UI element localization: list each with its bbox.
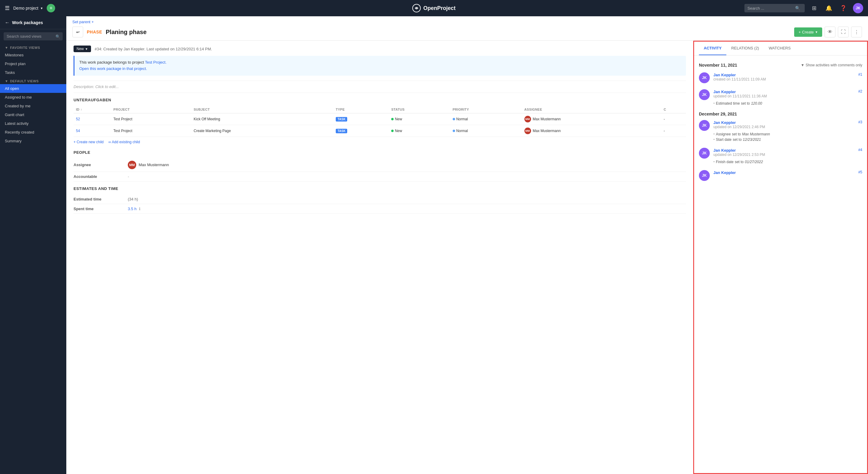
filter-comments-button[interactable]: ▼ Show activities with comments only [801, 63, 862, 67]
task-id-54[interactable]: 54 [73, 125, 111, 137]
add-existing-child-link[interactable]: ∞ Add existing child [108, 140, 140, 144]
fullscreen-button[interactable]: ⛶ [838, 27, 849, 37]
date-section-nov: November 11, 2021 ▼ Show activities with… [699, 63, 862, 67]
date-section-dec: December 29, 2021 [699, 112, 862, 116]
wp-title-row: ↩ PHASE Planing phase + Create ▼ 👁 ⛶ ⋮ [72, 27, 862, 37]
create-label: Create [802, 30, 814, 34]
set-parent-link[interactable]: Set parent + [72, 20, 94, 24]
watch-button[interactable]: 👁 [825, 27, 835, 37]
tab-relations[interactable]: RELATIONS (2) [726, 41, 764, 55]
wp-detail-panel: New ▼ #34: Created by Jan Keppler. Last … [66, 41, 693, 474]
grid-menu-button[interactable]: ⊞ [809, 3, 819, 13]
activity-entry-4: JK Jan Keppler updated on 12/29/2021 2:5… [699, 148, 862, 164]
col-assignee: ASSIGNEE [522, 106, 661, 113]
activity-author-1[interactable]: Jan Keppler [713, 73, 736, 77]
activity-number-4: #4 [858, 148, 862, 152]
table-row: 54 Test Project Create Marketing Page TA… [73, 125, 686, 137]
sidebar-item-gantt-chart[interactable]: Gantt chart [0, 110, 66, 119]
sidebar-item-all-open[interactable]: All open [0, 84, 66, 93]
description-field[interactable]: Description: Click to edit... [73, 81, 686, 93]
sidebar-search-icon: 🔍 [56, 34, 60, 38]
wp-actions: + Create ▼ 👁 ⛶ ⋮ [794, 27, 862, 37]
activity-avatar-5: JK [699, 170, 710, 181]
people-title: PEOPLE [73, 150, 686, 155]
activity-author-5[interactable]: Jan Keppler [713, 170, 736, 175]
task-c: - [661, 113, 686, 125]
open-in-project-link[interactable]: Open this work package in that project. [79, 66, 147, 71]
favorite-views-section[interactable]: ▼ FAVORITE VIEWS [0, 43, 66, 51]
spent-time-value[interactable]: 3.5 h ℹ [128, 207, 141, 211]
task-status: New [389, 113, 450, 125]
activity-body-1: Jan Keppler created on 11/11/2021 11:09 … [713, 72, 862, 83]
create-new-child-link[interactable]: + Create new child [73, 140, 104, 144]
sidebar-item-project-plan[interactable]: Project plan [0, 59, 66, 68]
sidebar-item-recently-created[interactable]: Recently created [0, 128, 66, 137]
caret-icon-2: ▼ [5, 79, 8, 83]
saved-views-search-input[interactable] [4, 32, 63, 40]
task-subject[interactable]: Kick Off Meeting [191, 113, 333, 125]
activity-entry-1: JK Jan Keppler created on 11/11/2021 11:… [699, 72, 862, 83]
activity-author-2[interactable]: Jan Keppler [713, 90, 736, 94]
accountable-value[interactable]: - [128, 174, 129, 179]
assignee-avatar: MM [128, 161, 136, 169]
spent-time-label: Spent time [73, 207, 128, 211]
help-button[interactable]: ❓ [838, 3, 848, 13]
activity-avatar-2: JK [699, 89, 710, 100]
activity-number-2: #2 [858, 89, 862, 93]
activity-author-3[interactable]: Jan Keppler [713, 120, 736, 125]
back-arrow-icon[interactable]: ← [5, 20, 10, 25]
unteraufgaben-title: UNTERAUFGABEN [73, 98, 686, 102]
col-id[interactable]: ID ↑ [73, 106, 111, 113]
tab-watchers[interactable]: WATCHERS [764, 41, 795, 55]
task-id-52[interactable]: 52 [73, 113, 111, 125]
create-button[interactable]: + Create ▼ [794, 27, 822, 37]
task-priority: Normal [450, 113, 522, 125]
activity-content: November 11, 2021 ▼ Show activities with… [694, 56, 867, 192]
activity-panel: ACTIVITY RELATIONS (2) WATCHERS November… [693, 41, 868, 474]
global-search[interactable]: 🔍 [744, 4, 805, 12]
col-c: C [661, 106, 686, 113]
nav-right: 🔍 ⊞ 🔔 ❓ JK [577, 3, 863, 13]
hamburger-button[interactable]: ☰ [5, 5, 10, 11]
activity-time-2: updated on 11/11/2021 11:36 AM [713, 94, 767, 98]
activity-body-2: Jan Keppler updated on 11/11/2021 11:36 … [713, 89, 862, 106]
search-input[interactable] [747, 6, 793, 10]
more-options-button[interactable]: ⋮ [851, 27, 862, 37]
top-navigation: ☰ Demo project ▼ + OpenProject 🔍 ⊞ 🔔 ❓ J… [0, 0, 868, 16]
wp-title[interactable]: Planing phase [106, 29, 147, 36]
estimated-time-value[interactable]: (34 h) [128, 197, 138, 201]
task-status-2: New [389, 125, 450, 137]
task-type-2: TASK [333, 125, 389, 137]
add-project-button[interactable]: + [47, 4, 55, 12]
status-badge[interactable]: New ▼ [73, 46, 91, 52]
notifications-button[interactable]: 🔔 [824, 3, 834, 13]
sidebar-item-summary[interactable]: Summary [0, 137, 66, 145]
sidebar-item-assigned-to-me[interactable]: Assigned to me [0, 93, 66, 101]
assignee-value[interactable]: MM Max Mustermann [128, 161, 169, 169]
activity-header-3: Jan Keppler updated on 12/29/2021 2:46 P… [713, 120, 862, 131]
sidebar-title: Work packages [12, 20, 43, 25]
people-section: PEOPLE Assignee MM Max Mustermann Accoun… [73, 150, 686, 181]
activity-author-4[interactable]: Jan Keppler [713, 148, 736, 153]
project-selector[interactable]: Demo project ▼ [13, 6, 43, 10]
sidebar-item-milestones[interactable]: Milestones [0, 51, 66, 59]
sidebar-header: ← Work packages [0, 16, 66, 29]
task-project: Test Project [111, 113, 191, 125]
activity-header-2: Jan Keppler updated on 11/11/2021 11:36 … [713, 89, 862, 100]
task-subject-2[interactable]: Create Marketing Page [191, 125, 333, 137]
user-avatar[interactable]: JK [853, 3, 863, 13]
project-info-text: This work package belongs to project [79, 60, 144, 64]
default-views-section[interactable]: ▼ DEFAULT VIEWS [0, 77, 66, 84]
activity-avatar-4: JK [699, 148, 710, 158]
sidebar-item-created-by-me[interactable]: Created by me [0, 101, 66, 110]
tab-activity[interactable]: ACTIVITY [699, 41, 726, 55]
sidebar-item-tasks[interactable]: Tasks [0, 68, 66, 77]
project-name-link[interactable]: Test Project. [145, 60, 167, 64]
sidebar-search-container: 🔍 [0, 29, 66, 43]
activity-author-block-1: Jan Keppler created on 11/11/2021 11:09 … [713, 72, 766, 83]
search-icon: 🔍 [795, 6, 800, 10]
main-layout: ← Work packages 🔍 ▼ FAVORITE VIEWS Miles… [0, 0, 868, 474]
sidebar-item-latest-activity[interactable]: Latest activity [0, 119, 66, 128]
back-button[interactable]: ↩ [72, 27, 83, 37]
accountable-field-row: Accountable - [73, 172, 686, 181]
